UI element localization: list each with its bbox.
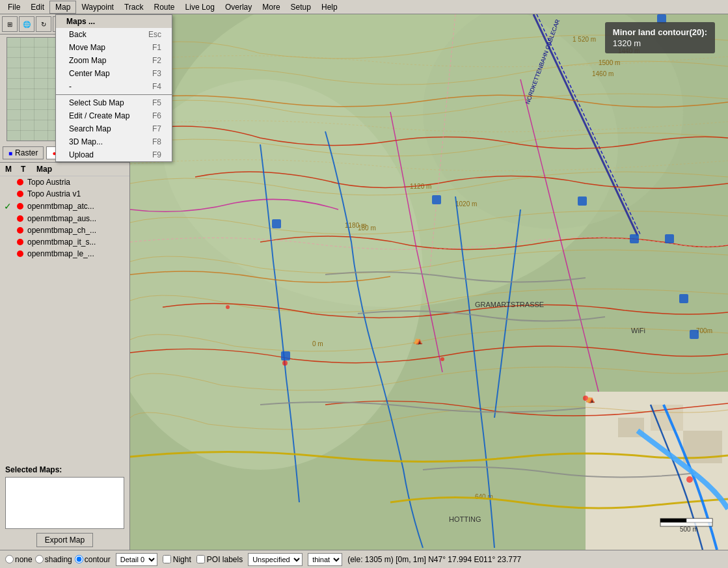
svg-text:1500 m: 1500 m [599, 59, 620, 66]
svg-text:1020 m: 1020 m [455, 200, 477, 208]
svg-point-42 [686, 476, 693, 483]
map-type-2 [16, 202, 25, 211]
dropdown-3d-map[interactable]: 3D Map...F8 [56, 135, 172, 148]
tab-raster[interactable]: ■ Raster [3, 146, 44, 159]
radio-shading-label[interactable]: shading [35, 555, 72, 564]
radio-shading[interactable] [35, 555, 44, 563]
map-row-2[interactable]: ✓ openmtbmap_atc... [0, 200, 129, 213]
map-name-5: openmtbmap_it_s... [27, 237, 96, 247]
detail-select[interactable]: Detail 0 [116, 553, 157, 566]
selected-maps-box [5, 477, 124, 529]
dropdown-edit-create-map[interactable]: Edit / Create MapF6 [56, 109, 172, 122]
menu-livelog[interactable]: Live Log [180, 1, 220, 13]
map-row-5[interactable]: openmtbmap_it_s... [0, 236, 129, 248]
map-dropdown-menu: Maps ... BackEsc Move MapF1 Zoom MapF2 C… [55, 14, 172, 162]
raster-icon: ■ [8, 150, 12, 157]
svg-rect-37 [657, 14, 666, 23]
dropdown-upload[interactable]: UploadF9 [56, 148, 172, 161]
unspecified-select[interactable]: Unspecified [248, 553, 303, 566]
svg-rect-36 [281, 351, 290, 360]
map-row-1[interactable]: Topo Austria v1 [0, 188, 129, 200]
poi-option: POI labels [196, 555, 243, 564]
map-name-6: openmtbmap_le_... [27, 249, 94, 258]
menu-file[interactable]: File [3, 1, 25, 13]
map-name-4: openmtbmap_ch_... [27, 226, 96, 235]
menu-setup[interactable]: Setup [286, 1, 316, 13]
radio-none-label[interactable]: none [5, 555, 33, 564]
menu-help[interactable]: Help [316, 1, 343, 13]
dropdown-back[interactable]: BackEsc [56, 28, 172, 41]
map-row-6[interactable]: openmtbmap_le_... [0, 248, 129, 260]
dropdown-move-map[interactable]: Move MapF1 [56, 41, 172, 54]
map-check-2: ✓ [3, 201, 13, 211]
map-name-2: openmtbmap_atc... [27, 202, 94, 211]
svg-rect-31 [578, 196, 587, 206]
svg-text:1440 m: 1440 m [618, 47, 640, 55]
map-row-0[interactable]: Topo Austria [0, 176, 129, 188]
dropdown-select-sub-map[interactable]: Select Sub MapF5 [56, 96, 172, 109]
svg-text:0 m: 0 m [312, 340, 323, 347]
svg-text:1 520 m: 1 520 m [573, 36, 596, 43]
selected-maps-label: Selected Maps: [0, 463, 129, 476]
night-checkbox[interactable] [163, 555, 171, 563]
svg-rect-32 [630, 234, 639, 243]
dropdown-title: Maps ... [56, 15, 172, 28]
poi-label: POI labels [207, 555, 243, 564]
svg-rect-29 [272, 219, 281, 228]
user-select[interactable]: thinat [308, 553, 342, 566]
dropdown-zoom-map[interactable]: Zoom MapF2 [56, 54, 172, 67]
menu-bar: File Edit Map Waypoint Track Route Live … [0, 0, 728, 14]
dropdown-center-map[interactable]: Center MapF3 [56, 67, 172, 80]
radio-contour-label[interactable]: contour [75, 555, 111, 564]
svg-rect-35 [690, 330, 699, 339]
menu-more[interactable]: More [257, 1, 285, 13]
svg-rect-45 [660, 519, 686, 522]
map-type-1 [16, 189, 25, 198]
status-bar: none shading contour Detail 0 Night POI … [0, 550, 728, 568]
map-name-1: Topo Austria v1 [27, 189, 81, 198]
terrain-options: none shading contour [5, 555, 111, 564]
topo-map: 1 520 m 1500 m 1440 m 1460 m 1120 m 1180… [130, 14, 728, 550]
map-view[interactable]: 1 520 m 1500 m 1440 m 1460 m 1120 m 1180… [130, 14, 728, 550]
svg-text:180 m: 180 m [358, 224, 376, 232]
svg-text:⛺: ⛺ [586, 394, 595, 403]
map-name-3: openmtbmap_aus... [27, 214, 96, 223]
svg-text:⛺: ⛺ [413, 335, 423, 345]
coords-text: (ele: 1305 m) [0m, 1m] N47° 17.994 E011°… [347, 555, 521, 564]
toolbar-web-btn[interactable]: 🌐 [19, 16, 34, 32]
map-name-0: Topo Austria [27, 178, 70, 187]
map-row-4[interactable]: openmtbmap_ch_... [0, 224, 129, 236]
col-t: T [21, 165, 31, 174]
svg-rect-33 [665, 234, 674, 243]
svg-point-43 [226, 305, 230, 309]
radio-contour[interactable] [75, 555, 83, 563]
map-list-header: M T Map [0, 163, 129, 176]
map-type-0 [16, 178, 25, 187]
menu-route[interactable]: Route [149, 1, 180, 13]
svg-point-40 [440, 357, 444, 361]
menu-overlay[interactable]: Overlay [220, 1, 257, 13]
toolbar-refresh-btn[interactable]: ↻ [36, 16, 51, 32]
svg-rect-30 [432, 195, 441, 204]
night-option: Night [163, 555, 191, 564]
svg-text:500 m: 500 m [680, 526, 698, 533]
map-type-3 [16, 214, 25, 223]
menu-edit[interactable]: Edit [25, 1, 49, 13]
night-label: Night [173, 555, 191, 564]
svg-text:GRAMARTSTRASSE: GRAMARTSTRASSE [475, 301, 544, 308]
toolbar-grid-btn[interactable]: ⊞ [2, 16, 18, 32]
svg-text:HOTTING: HOTTING [449, 515, 481, 523]
map-row-3[interactable]: openmtbmap_aus... [0, 213, 129, 224]
menu-map[interactable]: Map [49, 1, 76, 14]
dropdown-search-map[interactable]: Search MapF7 [56, 122, 172, 135]
map-type-4 [16, 226, 25, 235]
menu-waypoint[interactable]: Waypoint [76, 1, 119, 13]
poi-checkbox[interactable] [196, 555, 205, 563]
svg-text:WiFi: WiFi [631, 327, 645, 334]
map-list: Topo Austria Topo Austria v1 ✓ openmtbma… [0, 176, 129, 463]
svg-point-39 [282, 360, 288, 366]
export-map-button[interactable]: Export Map [36, 533, 93, 547]
dropdown-f4[interactable]: -F4 [56, 80, 172, 93]
menu-track[interactable]: Track [119, 1, 149, 13]
radio-none[interactable] [5, 555, 14, 563]
